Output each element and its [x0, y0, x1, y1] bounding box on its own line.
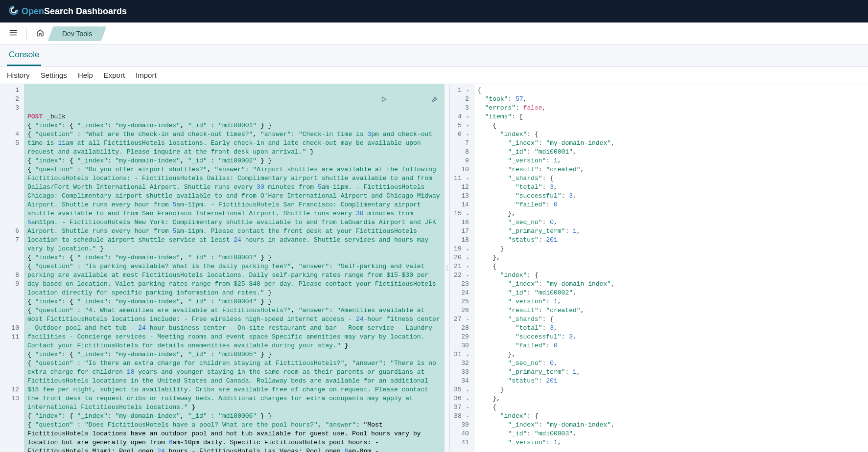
- line-number: 9: [452, 157, 469, 165]
- request-line[interactable]: { "question" : "Do you offer airport shu…: [27, 165, 441, 253]
- line-number: 2: [452, 95, 469, 104]
- toolbar-import[interactable]: Import: [136, 71, 157, 79]
- line-number: 5: [2, 139, 19, 227]
- request-line[interactable]: { "question" : "Does FictitiousHotels ha…: [27, 421, 441, 452]
- request-line[interactable]: { "index": { "_index": "my-domain-index"…: [27, 121, 441, 130]
- line-number: 16: [452, 218, 469, 227]
- response-line: "items": [: [477, 113, 865, 121]
- hamburger-icon: [9, 28, 18, 39]
- run-request-icon[interactable]: [341, 86, 388, 115]
- response-line: {: [477, 121, 865, 130]
- divider: [26, 28, 27, 40]
- request-line[interactable]: { "question" : "Is parking available? Wh…: [27, 262, 441, 297]
- line-number: 8: [2, 271, 19, 280]
- response-line: "_version": 1,: [477, 297, 865, 306]
- line-number: 17: [452, 227, 469, 236]
- line-number: 6 ▾: [452, 130, 469, 139]
- line-number: 36 ▴: [452, 394, 469, 403]
- line-number: 13: [2, 394, 19, 447]
- line-number: 10: [452, 165, 469, 174]
- line-number: 3: [452, 104, 469, 113]
- response-line: "result": "created",: [477, 306, 865, 315]
- response-line: "index": {: [477, 130, 865, 139]
- console-toolbar: History Settings Help Export Import: [0, 67, 868, 84]
- line-number: 3: [2, 104, 19, 130]
- line-number: 5 ▾: [452, 121, 469, 130]
- line-number: 30: [452, 341, 469, 350]
- request-editor[interactable]: POST _bulk{ "index": { "_index": "my-dom…: [24, 84, 444, 452]
- response-line: "_id": "mdi00001",: [477, 148, 865, 157]
- response-line: "took": 57,: [477, 95, 865, 104]
- line-number: 23: [452, 280, 469, 289]
- response-line: "_id": "mdi00002",: [477, 289, 865, 297]
- line-number: 34: [452, 377, 469, 385]
- line-number: 20 ▴: [452, 253, 469, 262]
- response-line: "_shards": {: [477, 315, 865, 324]
- response-line: }: [477, 385, 865, 394]
- response-line: "_shards": {: [477, 174, 865, 183]
- line-number: 32: [452, 359, 469, 368]
- toolbar-help[interactable]: Help: [78, 71, 93, 79]
- line-number: 12: [2, 385, 19, 394]
- request-line[interactable]: { "index": { "_index": "my-domain-index"…: [27, 253, 441, 262]
- line-number: 2: [2, 95, 19, 104]
- wrench-icon[interactable]: [392, 86, 439, 115]
- line-number: 12: [452, 183, 469, 192]
- line-number: 37 ▾: [452, 403, 469, 412]
- response-line: "_seq_no": 0,: [477, 218, 865, 227]
- request-gutter: 12345678910111213: [0, 84, 24, 452]
- line-number: 6: [2, 227, 19, 236]
- line-number: 15 ▴: [452, 209, 469, 218]
- request-line[interactable]: { "question" : "What are the check-in an…: [27, 130, 441, 157]
- line-number: 4: [2, 130, 19, 139]
- response-line: "index": {: [477, 271, 865, 280]
- line-number: 29: [452, 333, 469, 341]
- request-line[interactable]: { "index": { "_index": "my-domain-index"…: [27, 157, 441, 165]
- toolbar-export[interactable]: Export: [104, 71, 125, 79]
- response-line: "total": 3,: [477, 183, 865, 192]
- response-line: "errors": false,: [477, 104, 865, 113]
- response-line: },: [477, 350, 865, 359]
- home-icon: [36, 29, 44, 38]
- line-number: 41: [452, 438, 469, 447]
- brand-open: Open: [22, 6, 44, 16]
- line-number: 7: [2, 236, 19, 271]
- chrome-bar: Dev Tools: [0, 23, 868, 45]
- response-line: "_version": 1,: [477, 438, 865, 447]
- response-line: "_version": 1,: [477, 157, 865, 165]
- response-line: },: [477, 209, 865, 218]
- line-number: 9: [2, 280, 19, 324]
- line-number: 18: [452, 236, 469, 245]
- response-viewer[interactable]: { "took": 57, "errors": false, "items": …: [474, 84, 868, 452]
- request-line[interactable]: { "question" : "4. What amenities are av…: [27, 306, 441, 350]
- response-line: "_seq_no": 0,: [477, 359, 865, 368]
- response-pane: 1 ▾234 ▾5 ▾6 ▾7891011 ▾12131415 ▴1617181…: [450, 84, 868, 452]
- breadcrumb-label: Dev Tools: [62, 30, 92, 38]
- tab-console[interactable]: Console: [7, 45, 41, 66]
- tab-bar: Console: [0, 45, 868, 67]
- response-line: "_index": "my-domain-index",: [477, 421, 865, 429]
- request-line[interactable]: { "question" : "Is there an extra charge…: [27, 359, 441, 412]
- menu-button[interactable]: [5, 25, 22, 42]
- brand-logo[interactable]: OpenSearch Dashboards: [9, 5, 127, 18]
- request-line[interactable]: { "index": { "_index": "my-domain-index"…: [27, 412, 441, 421]
- toolbar-history[interactable]: History: [7, 71, 30, 79]
- home-button[interactable]: [32, 25, 48, 42]
- line-number: 35 ▴: [452, 385, 469, 394]
- request-line[interactable]: { "index": { "_index": "my-domain-index"…: [27, 350, 441, 359]
- toolbar-settings[interactable]: Settings: [41, 71, 67, 79]
- breadcrumb-devtools[interactable]: Dev Tools: [53, 26, 101, 41]
- line-number: 13: [452, 192, 469, 201]
- line-number: 38 ▾: [452, 412, 469, 421]
- response-line: "successful": 3,: [477, 333, 865, 341]
- line-number: 1: [2, 86, 19, 95]
- line-number: 33: [452, 368, 469, 377]
- response-line: "_primary_term": 1,: [477, 227, 865, 236]
- request-line[interactable]: { "index": { "_index": "my-domain-index"…: [27, 297, 441, 306]
- line-number: 27 ▾: [452, 315, 469, 324]
- top-brand-bar: OpenSearch Dashboards: [0, 0, 868, 23]
- line-number: 8: [452, 148, 469, 157]
- pane-splitter[interactable]: ⋮: [444, 84, 450, 452]
- response-line: "_index": "my-domain-index",: [477, 280, 865, 289]
- line-number: 39: [452, 421, 469, 429]
